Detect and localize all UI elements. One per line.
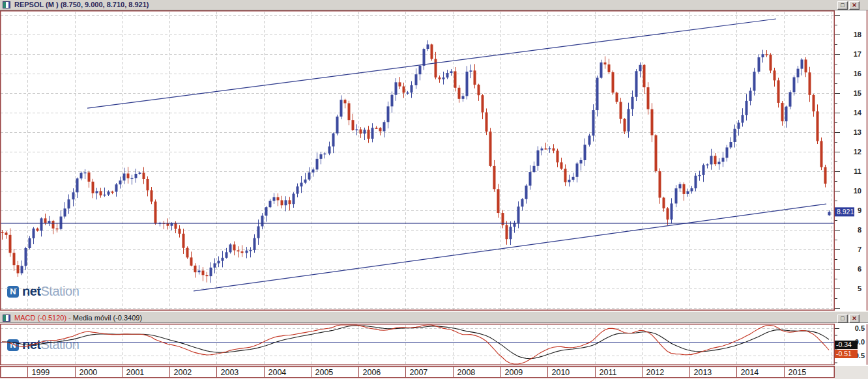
svg-text:2012: 2012	[646, 368, 665, 377]
svg-text:14: 14	[854, 109, 862, 117]
channel-upper-trendline	[87, 19, 776, 108]
price-axis: 18171615141312111098765	[835, 16, 862, 309]
svg-text:2015: 2015	[788, 368, 807, 377]
svg-text:-0.51: -0.51	[836, 350, 852, 358]
macd-title-separator: -	[66, 314, 73, 322]
window-controls: □ ✕	[837, 315, 860, 323]
maximize-icon[interactable]: □	[837, 1, 848, 10]
plot-border	[1, 11, 835, 311]
svg-text:2005: 2005	[315, 368, 334, 377]
svg-text:8.921: 8.921	[837, 208, 854, 216]
svg-text:2002: 2002	[174, 368, 192, 377]
svg-text:2009: 2009	[505, 368, 523, 377]
chart-window-icon	[3, 1, 10, 8]
time-axis-canvas: 1999200020012002200320042005200620072008…	[0, 366, 868, 379]
svg-text:2000: 2000	[80, 368, 98, 377]
macd-line-series	[2, 325, 829, 364]
svg-text:2011: 2011	[600, 368, 617, 377]
svg-text:1999: 1999	[32, 368, 50, 377]
svg-text:13: 13	[854, 128, 861, 136]
svg-text:17: 17	[854, 50, 861, 58]
time-axis: 1999200020012002200320042005200620072008…	[0, 366, 868, 379]
candlestick-series	[1, 40, 831, 283]
gridlines	[1, 12, 834, 310]
macd-chart-canvas[interactable]: 0.50.00.5-0.34-0.51	[0, 323, 868, 366]
svg-text:2008: 2008	[457, 368, 476, 377]
svg-text:9: 9	[858, 206, 861, 214]
svg-text:-0.34: -0.34	[836, 341, 852, 348]
macd-value-title: MACD (-0.5120)	[14, 314, 66, 322]
svg-text:10: 10	[854, 187, 861, 195]
trend-lines	[0, 19, 835, 291]
svg-text:2003: 2003	[221, 368, 239, 377]
window-controls: □ ✕	[837, 1, 860, 10]
svg-text:8: 8	[858, 226, 861, 234]
svg-text:2013: 2013	[694, 368, 712, 377]
macd-pane-titlebar[interactable]: MACD (-0.5120)-Media móvil (-0.3409) □ ✕	[0, 311, 868, 323]
macd-gridlines	[1, 325, 834, 364]
macd-signal-title: Media móvil (-0.3409)	[73, 314, 142, 322]
svg-text:6: 6	[858, 265, 861, 273]
last-price-label: 8.921	[835, 207, 854, 216]
svg-text:2010: 2010	[552, 368, 570, 377]
svg-text:2004: 2004	[268, 368, 287, 377]
svg-text:5: 5	[858, 285, 861, 292]
channel-lower-trendline	[194, 204, 826, 291]
netstation-application-window: REPSOL (M ) (8.750, 9.000, 8.710, 8.921)…	[0, 0, 868, 379]
svg-text:2006: 2006	[363, 368, 381, 377]
price-chart-titlebar[interactable]: REPSOL (M ) (8.750, 9.000, 8.710, 8.921)…	[0, 0, 868, 10]
macd-pane: N netStation 0.50.00.5-0.34-0.51	[0, 323, 868, 366]
price-chart-canvas[interactable]: 181716151413121110987658.921	[0, 10, 868, 311]
svg-text:18: 18	[854, 31, 861, 38]
svg-text:7: 7	[858, 246, 861, 253]
svg-text:15: 15	[854, 89, 861, 97]
close-icon[interactable]: ✕	[849, 1, 860, 10]
svg-text:2007: 2007	[410, 368, 428, 377]
svg-text:2001: 2001	[126, 368, 145, 377]
svg-text:16: 16	[854, 70, 861, 77]
price-chart-pane: N netStation 181716151413121110987658.92…	[0, 10, 868, 311]
macd-title: MACD (-0.5120)-Media móvil (-0.3409)	[14, 314, 142, 322]
macd-plot-border	[1, 324, 835, 365]
svg-text:12: 12	[854, 148, 861, 156]
price-chart-title: REPSOL (M ) (8.750, 9.000, 8.710, 8.921)	[14, 1, 149, 8]
macd-window-icon	[3, 315, 10, 322]
svg-text:2014: 2014	[741, 368, 759, 377]
macd-value-labels: -0.34-0.51	[835, 341, 858, 358]
close-icon[interactable]: ✕	[849, 315, 860, 323]
svg-text:0.5: 0.5	[855, 324, 865, 332]
svg-text:11: 11	[854, 167, 861, 175]
maximize-icon[interactable]: □	[837, 315, 848, 323]
